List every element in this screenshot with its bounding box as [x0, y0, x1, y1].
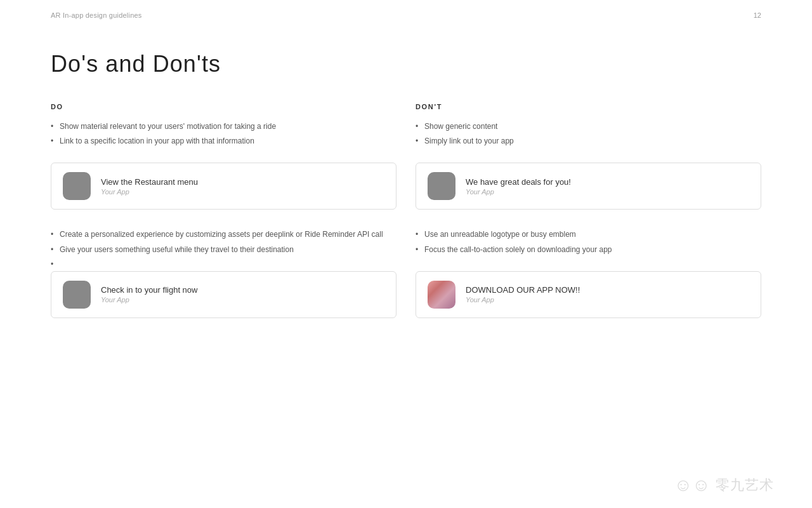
do-card-2-title: Check in to your flight now: [101, 285, 197, 295]
dont-card-2-title: DOWNLOAD OUR APP NOW!!: [466, 285, 580, 295]
dont-bullet-3: Use an unreadable logotype or busy emble…: [416, 229, 761, 241]
dont-card-2: DOWNLOAD OUR APP NOW!! Your App: [416, 271, 761, 318]
do-bullets-2: Create a personalized experience by cust…: [51, 229, 396, 255]
dont-card-2-icon: [428, 281, 455, 309]
dont-bullet-2: Simply link out to your app: [416, 135, 761, 147]
do-bullet-2: Link to a specific location in your app …: [51, 135, 396, 147]
columns-layout: DO Show material relevant to your users'…: [51, 103, 761, 337]
do-column: DO Show material relevant to your users'…: [51, 103, 396, 337]
dont-card-2-text: DOWNLOAD OUR APP NOW!! Your App: [466, 285, 580, 304]
watermark-text: 零九艺术: [716, 476, 774, 495]
do-card-2-text: Check in to your flight now Your App: [101, 285, 197, 304]
do-card-2: Check in to your flight now Your App: [51, 271, 396, 318]
do-card-1: View the Restaurant menu Your App: [51, 163, 396, 210]
document-title: AR In-app design guidelines: [51, 11, 142, 19]
do-card-2-icon: [63, 281, 91, 309]
dont-card-1: We have great deals for you! Your App: [416, 163, 761, 210]
do-card-1-title: View the Restaurant menu: [101, 177, 198, 187]
main-content: Do's and Don'ts DO Show material relevan…: [0, 19, 812, 337]
do-bullet-3: Create a personalized experience by cust…: [51, 229, 396, 241]
do-card-1-text: View the Restaurant menu Your App: [101, 177, 198, 196]
dont-card-1-subtitle: Your App: [466, 188, 571, 196]
dont-card-1-title: We have great deals for you!: [466, 177, 571, 187]
section-title: Do's and Don'ts: [51, 51, 761, 77]
do-bullets-1: Show material relevant to your users' mo…: [51, 121, 396, 147]
do-bullet-1: Show material relevant to your users' mo…: [51, 121, 396, 133]
dont-card-1-text: We have great deals for you! Your App: [466, 177, 571, 196]
do-card-2-subtitle: Your App: [101, 296, 197, 304]
dont-bullet-4: Focus the call-to-action solely on downl…: [416, 244, 761, 256]
dont-header: DON'T: [416, 103, 761, 110]
dont-card-2-subtitle: Your App: [466, 296, 580, 304]
dont-card-1-icon: [428, 172, 455, 200]
dont-bullet-1: Show generic content: [416, 121, 761, 133]
dont-bullets-1: Show generic content Simply link out to …: [416, 121, 761, 147]
do-header: DO: [51, 103, 396, 110]
do-card-1-subtitle: Your App: [101, 188, 198, 196]
dont-bullets-2: Use an unreadable logotype or busy emble…: [416, 229, 761, 255]
page-number: 12: [754, 11, 761, 19]
do-card-1-icon: [63, 172, 91, 200]
watermark: ☺☺ 零九艺术: [674, 475, 774, 495]
watermark-icon: ☺☺: [674, 475, 710, 495]
dont-column: DON'T Show generic content Simply link o…: [416, 103, 761, 337]
do-bullet-4: Give your users something useful while t…: [51, 244, 396, 256]
page-header: AR In-app design guidelines 12: [0, 0, 812, 19]
